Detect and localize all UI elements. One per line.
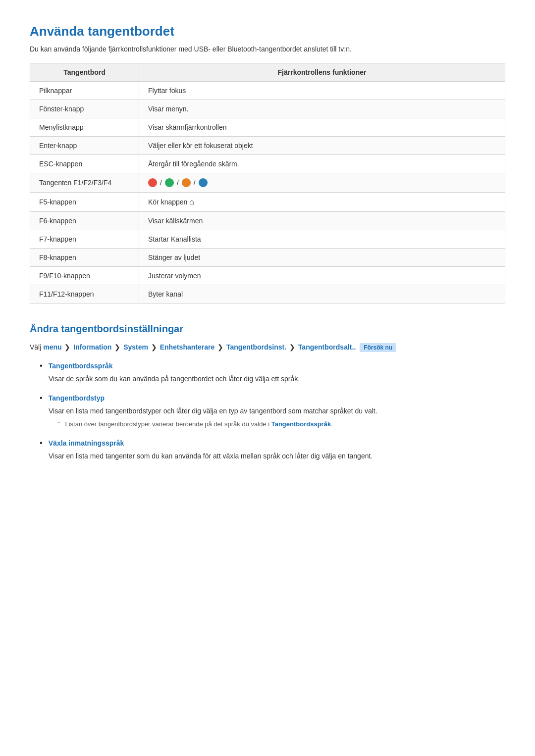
func-label: Väljer eller kör ett fokuserat objekt: [139, 137, 505, 155]
table-row: Tangenten F1/F2/F3/F4 / / /: [30, 173, 505, 193]
bullet-title-2[interactable]: Tangentbordstyp: [49, 394, 105, 402]
col2-header: Fjärrkontrollens funktioner: [139, 63, 505, 82]
nav-system-link[interactable]: System: [123, 343, 148, 351]
circle-blue-icon: [199, 178, 208, 187]
key-label: F8-knappen: [30, 249, 139, 267]
table-row: F9/F10-knappen Justerar volymen: [30, 267, 505, 285]
key-label: Tangenten F1/F2/F3/F4: [30, 173, 139, 193]
key-label: ESC-knappen: [30, 155, 139, 173]
func-label: Startar Kanallista: [139, 230, 505, 249]
func-label: Kör knappen ⌂: [139, 193, 505, 212]
nav-information-link[interactable]: Information: [73, 343, 111, 351]
key-label: F5-knappen: [30, 193, 139, 212]
nav-tangentbordsinst-link[interactable]: Tangentbordsinst.: [226, 343, 286, 351]
list-item: Växla inmatningsspråk Visar en lista med…: [40, 439, 505, 461]
keyboard-table: Tangentbord Fjärrkontrollens funktioner …: [30, 63, 505, 303]
nav-tangentbordsalt-link[interactable]: Tangentbordsalt..: [298, 343, 356, 351]
table-row: F7-knappen Startar Kanallista: [30, 230, 505, 249]
table-row: F5-knappen Kör knappen ⌂: [30, 193, 505, 212]
chevron-icon: ❯: [64, 343, 72, 351]
page-title: Använda tangentbordet: [30, 24, 505, 39]
slash-separator: /: [177, 179, 179, 187]
nav-menu-link[interactable]: menu: [43, 343, 61, 351]
table-row: F8-knappen Stänger av ljudet: [30, 249, 505, 267]
table-row: Enter-knapp Väljer eller kör ett fokuser…: [30, 137, 505, 155]
chevron-icon: ❯: [114, 343, 122, 351]
bullet-list: Tangentbordsspråk Visar de språk som du …: [30, 361, 505, 461]
circle-red-icon: [148, 178, 157, 187]
bullet-title-1[interactable]: Tangentbordsspråk: [49, 362, 113, 370]
nav-enhetshanterare-link[interactable]: Enhetshanterare: [160, 343, 214, 351]
func-label: Justerar volymen: [139, 267, 505, 285]
table-row: ESC-knappen Återgår till föregående skär…: [30, 155, 505, 173]
key-label: F6-knappen: [30, 212, 139, 230]
circle-green-icon: [165, 178, 174, 187]
table-row: Fönster-knapp Visar menyn.: [30, 100, 505, 118]
kanallista-link[interactable]: Kanallista: [171, 235, 201, 243]
func-label: Visar menyn.: [139, 100, 505, 118]
func-label: Byter kanal: [139, 285, 505, 303]
bullet-desc-2: Visar en lista med tangentbordstyper och…: [49, 405, 505, 416]
func-label: Visar skärmfjärrkontrollen: [139, 118, 505, 137]
func-label: Stänger av ljudet: [139, 249, 505, 267]
chevron-icon: ❯: [217, 343, 225, 351]
func-label: Flyttar fokus: [139, 82, 505, 100]
key-label: Pilknappar: [30, 82, 139, 100]
func-label: Visar källskärmen: [139, 212, 505, 230]
key-label: F9/F10-knappen: [30, 267, 139, 285]
bullet-desc-1: Visar de språk som du kan använda på tan…: [49, 373, 505, 384]
slash-separator: /: [194, 179, 196, 187]
col1-header: Tangentbord: [30, 63, 139, 82]
list-item: Tangentbordsspråk Visar de språk som du …: [40, 361, 505, 384]
tangentbordssprak-link[interactable]: Tangentbordsspråk: [271, 420, 331, 428]
chevron-icon: ❯: [151, 343, 159, 351]
key-label: F11/F12-knappen: [30, 285, 139, 303]
home-icon: ⌂: [189, 198, 194, 206]
key-label: Menylistknapp: [30, 118, 139, 137]
bullet-title-3[interactable]: Växla inmatningsspråk: [49, 439, 124, 447]
key-label: F7-knappen: [30, 230, 139, 249]
chevron-icon: ❯: [289, 343, 297, 351]
table-header-row: Tangentbord Fjärrkontrollens funktioner: [30, 63, 505, 82]
table-row: Menylistknapp Visar skärmfjärrkontrollen: [30, 118, 505, 137]
func-circles: / / /: [139, 173, 505, 193]
nav-path: Välj menu ❯ Information ❯ System ❯ Enhet…: [30, 342, 505, 353]
table-row: F11/F12-knappen Byter kanal: [30, 285, 505, 303]
key-label: Enter-knapp: [30, 137, 139, 155]
sub-note-2: " Listan över tangentbordstyper varierar…: [57, 419, 505, 430]
func-label: Återgår till föregående skärm.: [139, 155, 505, 173]
nav-valj-label: Välj: [30, 343, 43, 351]
list-item: Tangentbordstyp Visar en lista med tange…: [40, 394, 505, 430]
key-label: Fönster-knapp: [30, 100, 139, 118]
slash-separator: /: [160, 179, 162, 187]
try-now-badge[interactable]: Försök nu: [360, 343, 396, 352]
bullet-desc-3: Visar en lista med tangenter som du kan …: [49, 451, 505, 461]
settings-heading: Ändra tangentbordsinställningar: [30, 323, 505, 335]
table-row: Pilknappar Flyttar fokus: [30, 82, 505, 100]
circle-yellow-icon: [182, 178, 191, 187]
intro-text: Du kan använda följande fjärrkontrollsfu…: [30, 45, 505, 53]
table-row: F6-knappen Visar källskärmen: [30, 212, 505, 230]
